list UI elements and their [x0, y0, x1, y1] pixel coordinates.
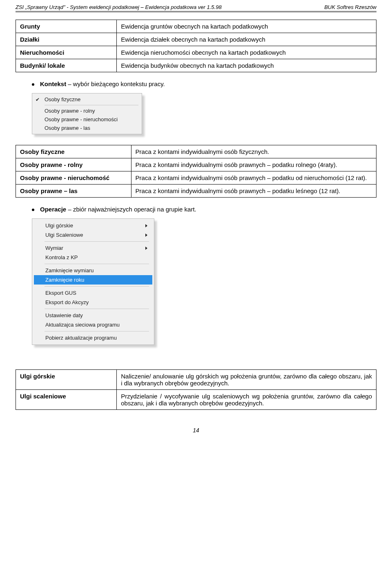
menu-body: Ulgi górskie Ulgi Scaleniowe Wymiar Kont… [32, 218, 154, 345]
bullet-text: Operacje – zbiór najważniejszych operacj… [40, 206, 196, 213]
menu-label: Kontrola z KP [45, 254, 78, 260]
bullet-icon [32, 209, 34, 211]
table-row: Działki Ewidencja działek obecnych na ka… [16, 33, 376, 46]
table-row: Budynki/ lokale Ewidencja budynków obecn… [16, 59, 376, 72]
bullet-kontekst: Kontekst – wybór bieżącego kontekstu pra… [32, 80, 376, 87]
table-row: Nieruchomości Ewidencja nieruchomości ob… [16, 46, 376, 59]
cell-label: Osoby prawne - nieruchomość [16, 171, 131, 185]
cell-desc: Ewidencja nieruchomości obecnych na kart… [117, 46, 376, 59]
menu-item-ustawienie-daty[interactable]: Ustawienie daty [34, 311, 152, 320]
cell-desc: Naliczenie/ anulowanie ulg górskich wg p… [117, 370, 376, 390]
bullet-text: Kontekst – wybór bieżącego kontekstu pra… [40, 80, 165, 87]
table-ulgi: Ulgi górskie Naliczenie/ anulowanie ulg … [16, 369, 376, 410]
header-rule [16, 11, 376, 12]
menu-item-wymiar[interactable]: Wymiar [34, 243, 152, 253]
table-row: Osoby fizyczne Praca z kontami indywidua… [16, 145, 376, 158]
page-number: 14 [0, 418, 392, 440]
cell-desc: Przydzielanie / wycofywanie ulg scalenio… [117, 390, 376, 410]
menu-item-kontrola-kp[interactable]: Kontrola z KP [34, 253, 152, 262]
context-menu-operacje: Ulgi górskie Ulgi Scaleniowe Wymiar Kont… [32, 218, 154, 345]
bullet-rest: – wybór bieżącego kontekstu pracy. [66, 80, 165, 87]
menu-item-osoby-prawne-nieruchomosci[interactable]: Osoby prawne - nieruchomości [34, 115, 140, 124]
menu-item-eksport-gus[interactable]: Eksport GUS [34, 288, 152, 298]
chevron-right-icon [145, 224, 147, 227]
cell-label: Grunty [16, 20, 117, 33]
cell-label: Ulgi górskie [16, 370, 117, 390]
menu-item-zamkniecie-roku[interactable]: Zamknięcie roku [34, 275, 152, 285]
menu-item-osoby-fizyczne[interactable]: ✔ Osoby fizyczne [34, 95, 140, 104]
table-row: Osoby prawne - rolny Praca z kontami ind… [16, 158, 376, 171]
table-row: Osoby prawne - nieruchomość Praca z kont… [16, 171, 376, 185]
menu-label: Wymiar [45, 245, 63, 251]
cell-desc: Ewidencja gruntów obecnych na kartach po… [117, 20, 376, 33]
cell-desc: Praca z kontami indywidualnymi osób praw… [131, 171, 376, 185]
bullet-rest: – zbiór najważniejszych operacji na grup… [66, 206, 196, 213]
chevron-right-icon [145, 234, 147, 237]
menu-label: Pobierz aktualizacje programu [45, 335, 117, 341]
table-ewidencja: Grunty Ewidencja gruntów obecnych na kar… [16, 20, 376, 72]
cell-label: Osoby prawne – las [16, 185, 131, 198]
cell-desc: Ewidencja działek obecnych na kartach po… [117, 33, 376, 46]
menu-item-eksport-akcyzy[interactable]: Eksport do Akcyzy [34, 298, 152, 307]
cell-desc: Praca z kontami indywidualnymi osób fizy… [131, 145, 376, 158]
menu-separator [45, 331, 149, 331]
menu-label: Aktualizajca sieciowa programu [45, 322, 120, 328]
table-row: Ulgi górskie Naliczenie/ anulowanie ulg … [16, 370, 376, 390]
menu-separator [45, 264, 149, 264]
menu-item-zamkniecie-wymiaru[interactable]: Zamknięcie wymiaru [34, 266, 152, 275]
bullet-icon [32, 83, 34, 86]
header-right: BUK Softres Rzeszów [324, 4, 376, 10]
menu-item-aktualizacja-sieciowa[interactable]: Aktualizajca sieciowa programu [34, 320, 152, 329]
menu-label: Osoby fizyczne [45, 96, 80, 102]
bullet-bold: Operacje [40, 206, 66, 213]
header-left: ZSI „Sprawny Urząd" - System ewidencji p… [16, 4, 222, 10]
table-row: Osoby prawne – las Praca z kontami indyw… [16, 185, 376, 198]
cell-label: Nieruchomości [16, 46, 117, 59]
check-icon: ✔ [36, 96, 45, 102]
bullet-operacje: Operacje – zbiór najważniejszych operacj… [32, 206, 376, 213]
bullet-bold: Kontekst [40, 80, 66, 87]
menu-label: Zamknięcie roku [45, 277, 84, 283]
menu-item-osoby-prawne-las[interactable]: Osoby prawne - las [34, 124, 140, 132]
menu-label: Ulgi Scaleniowe [45, 232, 83, 238]
cell-label: Osoby fizyczne [16, 145, 131, 158]
menu-label: Osoby prawne - nieruchomości [45, 116, 118, 122]
menu-label: Osoby prawne - las [45, 125, 90, 131]
cell-desc: Praca z kontami indywidualnymi osób praw… [131, 158, 376, 171]
menu-separator [45, 286, 149, 287]
cell-label: Ulgi scaleniowe [16, 390, 117, 410]
context-menu-kontekst: ✔ Osoby fizyczne Osoby prawne - rolny Os… [32, 93, 142, 134]
table-osoby: Osoby fizyczne Praca z kontami indywidua… [16, 145, 376, 198]
cell-label: Osoby prawne - rolny [16, 158, 131, 171]
menu-item-osoby-prawne-rolny[interactable]: Osoby prawne - rolny [34, 107, 140, 115]
cell-desc: Praca z kontami indywidualnymi osób praw… [131, 185, 376, 198]
menu-body: ✔ Osoby fizyczne Osoby prawne - rolny Os… [32, 93, 142, 134]
cell-label: Działki [16, 33, 117, 46]
document-header: ZSI „Sprawny Urząd" - System ewidencji p… [0, 0, 392, 11]
menu-separator [45, 241, 149, 242]
menu-label: Zamknięcie wymiaru [45, 267, 94, 274]
menu-item-pobierz-aktualizacje[interactable]: Pobierz aktualizacje programu [34, 333, 152, 342]
menu-item-ulgi-scaleniowe[interactable]: Ulgi Scaleniowe [34, 230, 152, 240]
menu-separator [45, 105, 138, 105]
cell-label: Budynki/ lokale [16, 59, 117, 72]
menu-label: Ustawienie daty [45, 312, 83, 318]
menu-label: Eksport do Akcyzy [45, 299, 89, 305]
menu-label: Ulgi górskie [45, 222, 73, 229]
table-row: Ulgi scaleniowe Przydzielanie / wycofywa… [16, 390, 376, 410]
cell-desc: Ewidencja budynków obecnych na kartach p… [117, 59, 376, 72]
menu-item-ulgi-gorskie[interactable]: Ulgi górskie [34, 221, 152, 230]
menu-label: Osoby prawne - rolny [45, 108, 95, 114]
menu-separator [45, 309, 149, 309]
chevron-right-icon [145, 247, 147, 250]
menu-label: Eksport GUS [45, 290, 76, 296]
table-row: Grunty Ewidencja gruntów obecnych na kar… [16, 20, 376, 33]
